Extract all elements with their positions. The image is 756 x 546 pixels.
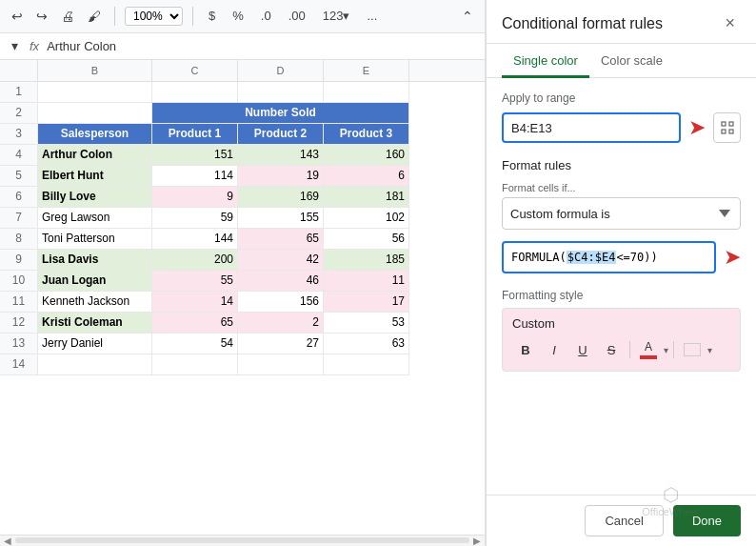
zoom-control[interactable]: 100% [125,7,183,26]
bold-button[interactable]: B [512,337,539,362]
cell-val[interactable]: 59 [152,208,238,229]
cell-empty[interactable] [324,354,409,375]
cell-val[interactable]: 42 [238,250,324,271]
cell-name[interactable]: Kristi Coleman [38,313,152,334]
right-panel: Conditional format rules × Single color … [486,0,756,546]
svg-rect-0 [722,122,726,126]
scroll-left-arrow[interactable]: ◀ [4,536,11,546]
close-button[interactable]: × [719,11,741,35]
tab-color-scale[interactable]: Color scale [589,44,674,78]
format-condition-dropdown[interactable]: Custom formula is [502,197,741,230]
formula-display[interactable]: FORMULA($C4:$E4<=70)) [502,241,716,273]
row-num-5: 5 [0,166,38,187]
cell-val[interactable]: 65 [152,313,238,334]
format-rules-label: Format rules [502,158,741,172]
cell-B1[interactable] [38,82,152,103]
cell-name[interactable]: Kenneth Jackson [38,292,152,313]
cell-val[interactable]: 53 [324,313,409,334]
cell-val[interactable]: 14 [152,292,238,313]
cell-val[interactable]: 156 [238,292,324,313]
table-row: 5 Elbert Hunt 114 19 6 [0,166,485,187]
scroll-right-arrow[interactable]: ▶ [473,536,481,546]
formula-prefix: FORMULA( [511,251,567,264]
col-header-B[interactable]: B [38,60,152,81]
zoom-select[interactable]: 100% [125,7,183,26]
more-btn[interactable]: ... [361,7,383,25]
cell-val[interactable]: 200 [152,250,238,271]
col-header-C[interactable]: C [152,60,238,81]
text-color-button[interactable]: A [635,336,662,363]
cell-val[interactable]: 144 [152,229,238,250]
redo-icon[interactable]: ↪ [32,7,51,26]
cell-val[interactable]: 160 [324,145,409,166]
number-format-btn[interactable]: 123▾ [317,7,356,25]
cell-val[interactable]: 46 [238,271,324,292]
cell-val[interactable]: 54 [152,334,238,354]
paint-format-icon[interactable]: 🖌 [84,7,105,26]
range-row: ➤ [502,112,741,143]
svg-rect-1 [729,122,733,126]
col-header-D[interactable]: D [238,60,324,81]
cell-val[interactable]: 11 [324,271,409,292]
custom-label: Custom [512,316,730,331]
cell-B2[interactable] [38,103,152,124]
cell-name[interactable]: Greg Lawson [38,208,152,229]
cell-val[interactable]: 6 [324,166,409,187]
decimal2-btn[interactable]: .00 [283,7,311,25]
formula-dropdown-icon[interactable]: ▾ [8,36,22,55]
cell-val[interactable]: 169 [238,187,324,208]
fill-color-button[interactable] [679,336,706,363]
range-input[interactable] [502,112,681,143]
cell-name[interactable]: Lisa Davis [38,250,152,271]
underline-button[interactable]: U [569,337,596,362]
cell-C1[interactable] [152,82,238,103]
cell-val[interactable]: 181 [324,187,409,208]
row-num-11: 11 [0,292,38,313]
cell-val[interactable]: 63 [324,334,409,354]
percent-btn[interactable]: % [227,7,249,25]
strikethrough-button[interactable]: S [598,337,625,362]
currency-btn[interactable]: $ [203,7,221,25]
cell-name[interactable]: Arthur Colon [38,145,152,166]
cell-name[interactable]: Elbert Hunt [38,166,152,187]
cell-empty[interactable] [152,354,238,375]
cell-val[interactable]: 19 [238,166,324,187]
col-header-E[interactable]: E [324,60,409,81]
cell-name[interactable]: Billy Love [38,187,152,208]
decimal-btn[interactable]: .0 [255,7,277,25]
cell-val[interactable]: 185 [324,250,409,271]
cell-val[interactable]: 114 [152,166,238,187]
horizontal-scrollbar[interactable]: ◀ ▶ [0,535,485,546]
cell-empty[interactable] [38,354,152,375]
cell-name[interactable]: Jerry Daniel [38,334,152,354]
collapse-icon[interactable]: ⌃ [458,7,477,26]
fill-color-dropdown-arrow[interactable]: ▾ [707,345,712,355]
text-color-dropdown-arrow[interactable]: ▾ [664,345,668,355]
cell-val[interactable]: 151 [152,145,238,166]
cell-val[interactable]: 65 [238,229,324,250]
tab-single-color[interactable]: Single color [502,44,589,78]
italic-button[interactable]: I [541,337,567,362]
print-icon[interactable]: 🖨 [57,7,78,26]
cell-D1[interactable] [238,82,324,103]
cell-name[interactable]: Juan Logan [38,271,152,292]
cell-val[interactable]: 9 [152,187,238,208]
cell-val[interactable]: 56 [324,229,409,250]
undo-icon[interactable]: ↩ [8,7,27,26]
table-row: 6 Billy Love 9 169 181 [0,187,485,208]
range-arrow-icon: ➤ [688,115,706,140]
row-num-4: 4 [0,145,38,166]
cell-val[interactable]: 27 [238,334,324,354]
range-grid-button[interactable] [713,112,741,143]
cell-E1[interactable] [324,82,409,103]
cell-val[interactable]: 155 [238,208,324,229]
scroll-track[interactable] [15,537,469,543]
col-headers: B C D E [0,60,485,82]
cell-val[interactable]: 143 [238,145,324,166]
cell-empty[interactable] [238,354,324,375]
cell-val[interactable]: 102 [324,208,409,229]
cell-val[interactable]: 17 [324,292,409,313]
cell-val[interactable]: 55 [152,271,238,292]
cell-val[interactable]: 2 [238,313,324,334]
cell-name[interactable]: Toni Patterson [38,229,152,250]
